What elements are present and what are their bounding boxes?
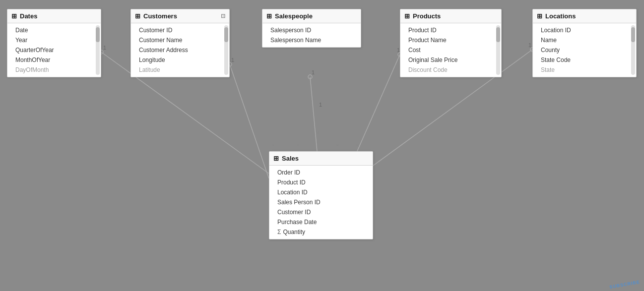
list-item: State Code (533, 55, 636, 65)
list-item: Product ID (400, 25, 501, 35)
scrollbar-thumb (631, 27, 635, 42)
sales-title: Sales (282, 155, 299, 162)
list-item: Name (533, 35, 636, 45)
sales-table-header: ⊞ Sales (269, 152, 373, 166)
customers-table-header: ⊞ Customers ⊡ (131, 9, 229, 23)
diagram-canvas: 1 1 1 1 1 1 * * * * * ⊞ Dates Date Year … (0, 0, 644, 291)
list-item: Location ID (533, 25, 636, 35)
scrollbar-thumb (224, 27, 228, 42)
dates-table-header: ⊞ Dates (7, 9, 101, 23)
salespeople-title: Salespeople (275, 12, 313, 20)
list-item: Discount Code (400, 65, 501, 75)
customers-table-body: Customer ID Customer Name Customer Addre… (131, 23, 229, 77)
svg-text:1: 1 (231, 57, 234, 63)
products-table: ⊞ Products Product ID Product Name Cost … (400, 9, 502, 77)
table-grid-icon: ⊞ (135, 12, 140, 20)
watermark-label: SUBSCRIBE (609, 280, 641, 290)
list-item: Product Name (400, 35, 501, 45)
list-item: Customer Address (131, 45, 229, 55)
salespeople-table: ⊞ Salespeople Salesperson ID Salesperson… (262, 9, 361, 48)
list-item: Cost (400, 45, 501, 55)
locations-table-header: ⊞ Locations (533, 9, 636, 23)
customers-table: ⊞ Customers ⊡ Customer ID Customer Name … (130, 9, 230, 77)
products-table-header: ⊞ Products (400, 9, 501, 23)
scrollbar[interactable] (631, 25, 635, 75)
dates-table: ⊞ Dates Date Year QuarterOfYear MonthOfY… (7, 9, 101, 77)
salespeople-table-body: Salesperson ID Salesperson Name (262, 23, 361, 47)
scrollbar[interactable] (496, 25, 500, 75)
locations-table: ⊞ Locations Location ID Name County Stat… (532, 9, 637, 77)
locations-table-body: Location ID Name County State Code State (533, 23, 636, 77)
list-item: Date (7, 25, 101, 35)
dates-table-body: Date Year QuarterOfYear MonthOfYear DayO… (7, 23, 101, 77)
sigma-icon: Σ (277, 229, 281, 235)
scrollbar[interactable] (224, 25, 228, 75)
table-grid-icon: ⊞ (537, 12, 542, 20)
table-grid-icon: ⊞ (404, 12, 410, 20)
svg-text:1: 1 (528, 42, 531, 48)
list-item: Customer ID (269, 207, 373, 217)
list-item: Σ Quantity (269, 227, 373, 237)
svg-text:*: * (297, 142, 300, 150)
list-item: Salesperson Name (262, 35, 361, 45)
list-item: Longitude (131, 55, 229, 65)
list-item: Order ID (269, 168, 373, 177)
list-item: Original Sale Price (400, 55, 501, 65)
svg-text:*: * (317, 130, 320, 138)
list-item: Customer Name (131, 35, 229, 45)
scrollbar-thumb (496, 27, 500, 42)
svg-text:*: * (336, 142, 339, 150)
svg-text:1: 1 (312, 69, 315, 75)
products-table-body: Product ID Product Name Cost Original Sa… (400, 23, 501, 77)
expand-icon[interactable]: ⊡ (221, 13, 225, 19)
table-grid-icon: ⊞ (273, 155, 279, 162)
svg-text:*: * (356, 142, 359, 150)
list-item: Salesperson ID (262, 25, 361, 35)
svg-line-2 (230, 64, 269, 178)
svg-text:1: 1 (103, 45, 106, 51)
list-item: Year (7, 35, 101, 45)
scrollbar-thumb (96, 27, 100, 42)
list-item: QuarterOfYear (7, 45, 101, 55)
list-item: Latitude (131, 65, 229, 75)
svg-text:1: 1 (319, 102, 322, 108)
dates-title: Dates (20, 12, 37, 20)
list-item: State (533, 65, 636, 75)
table-grid-icon: ⊞ (266, 12, 272, 20)
list-item: Product ID (269, 177, 373, 187)
locations-title: Locations (545, 12, 576, 20)
list-item: Sales Person ID (269, 197, 373, 207)
list-item: Location ID (269, 187, 373, 197)
list-item: Purchase Date (269, 217, 373, 227)
table-grid-icon: ⊞ (11, 12, 17, 20)
svg-text:*: * (272, 142, 275, 150)
sales-table: ⊞ Sales Order ID Product ID Location ID … (269, 151, 373, 239)
customers-title: Customers (143, 12, 177, 20)
sales-table-body: Order ID Product ID Location ID Sales Pe… (269, 166, 373, 239)
list-item: DayOfMonth (7, 65, 101, 75)
scrollbar[interactable] (96, 25, 100, 75)
salespeople-table-header: ⊞ Salespeople (262, 9, 361, 23)
svg-line-4 (310, 77, 317, 151)
products-title: Products (413, 12, 441, 20)
list-item: Customer ID (131, 25, 229, 35)
list-item: County (533, 45, 636, 55)
svg-point-5 (308, 75, 312, 79)
list-item: MonthOfYear (7, 55, 101, 65)
